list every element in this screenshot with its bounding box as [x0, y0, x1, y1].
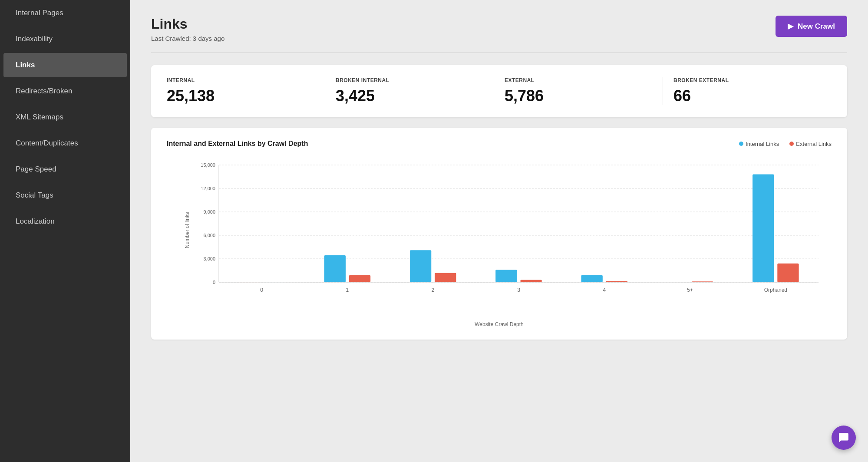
page-header: Links Last Crawled: 3 days ago ▶ New Cra…: [151, 16, 847, 42]
svg-rect-15: [324, 255, 346, 282]
sidebar-item-xml-sitemaps[interactable]: XML Sitemaps: [3, 105, 127, 129]
play-icon: ▶: [788, 22, 793, 31]
svg-rect-21: [495, 270, 517, 283]
stat-label: BROKEN INTERNAL: [336, 77, 483, 83]
page-title: Links: [151, 16, 224, 32]
chart-wrapper: Number of links 03,0006,0009,00012,00015…: [167, 156, 832, 327]
sidebar-item-redirects-broken[interactable]: Redirects/Broken: [3, 79, 127, 103]
sidebar-item-page-speed[interactable]: Page Speed: [3, 157, 127, 182]
svg-text:1: 1: [346, 287, 349, 293]
stat-value: 25,138: [167, 87, 314, 105]
chart-legend: Internal LinksExternal Links: [739, 141, 832, 147]
legend-item: External Links: [789, 141, 832, 147]
stat-value: 3,425: [336, 87, 483, 105]
sidebar-item-indexability[interactable]: Indexability: [3, 27, 127, 51]
y-axis-label: Number of links: [184, 212, 190, 248]
main-content: Links Last Crawled: 3 days ago ▶ New Cra…: [130, 0, 868, 462]
svg-text:2: 2: [432, 287, 435, 293]
stat-block-broken-external: BROKEN EXTERNAL 66: [663, 77, 832, 105]
svg-text:Orphaned: Orphaned: [764, 287, 787, 293]
svg-text:12,000: 12,000: [201, 186, 215, 191]
svg-text:4: 4: [603, 287, 606, 293]
header-text: Links Last Crawled: 3 days ago: [151, 16, 224, 42]
x-axis-label: Website Crawl Depth: [167, 321, 832, 327]
svg-text:0: 0: [260, 287, 263, 293]
stat-label: BROKEN EXTERNAL: [673, 77, 821, 83]
svg-text:3: 3: [517, 287, 520, 293]
stat-block-broken-internal: BROKEN INTERNAL 3,425: [325, 77, 494, 105]
svg-text:9,000: 9,000: [203, 209, 215, 214]
svg-text:0: 0: [213, 280, 215, 285]
stat-label: EXTERNAL: [505, 77, 652, 83]
new-crawl-label: New Crawl: [798, 22, 835, 31]
svg-rect-22: [520, 280, 541, 282]
svg-rect-16: [349, 275, 370, 282]
chat-icon: [838, 432, 849, 443]
legend-item: Internal Links: [739, 141, 779, 147]
legend-label: External Links: [796, 141, 832, 147]
header-divider: [151, 53, 847, 53]
last-crawled: Last Crawled: 3 days ago: [151, 35, 224, 42]
chat-bubble-button[interactable]: [832, 426, 856, 450]
stat-label: INTERNAL: [167, 77, 314, 83]
stat-block-internal: INTERNAL 25,138: [167, 77, 325, 105]
sidebar-item-links[interactable]: Links: [3, 53, 127, 77]
legend-dot: [789, 142, 794, 146]
svg-rect-30: [777, 264, 799, 282]
sidebar-item-social-tags[interactable]: Social Tags: [3, 183, 127, 208]
sidebar-item-localization[interactable]: Localization: [3, 209, 127, 234]
svg-rect-19: [435, 273, 456, 283]
new-crawl-button[interactable]: ▶ New Crawl: [776, 16, 847, 37]
sidebar-item-content-duplicates[interactable]: Content/Duplicates: [3, 131, 127, 155]
chart-card: Internal and External Links by Crawl Dep…: [151, 128, 847, 340]
sidebar-item-internal-pages[interactable]: Internal Pages: [3, 1, 127, 25]
svg-rect-29: [752, 175, 774, 282]
chart-title: Internal and External Links by Crawl Dep…: [167, 140, 308, 148]
svg-rect-24: [581, 275, 603, 282]
stat-value: 66: [673, 87, 821, 105]
legend-label: Internal Links: [746, 141, 779, 147]
svg-rect-18: [410, 251, 431, 283]
svg-text:6,000: 6,000: [203, 233, 215, 238]
stat-value: 5,786: [505, 87, 652, 105]
legend-dot: [739, 142, 743, 146]
svg-text:5+: 5+: [687, 287, 693, 293]
chart-header: Internal and External Links by Crawl Dep…: [167, 140, 832, 148]
svg-text:15,000: 15,000: [201, 162, 215, 168]
stat-block-external: EXTERNAL 5,786: [494, 77, 663, 105]
svg-text:3,000: 3,000: [203, 256, 215, 261]
sidebar: Internal PagesIndexabilityLinksRedirects…: [0, 0, 130, 462]
chart-area: Number of links 03,0006,0009,00012,00015…: [193, 156, 832, 304]
stats-card: INTERNAL 25,138 BROKEN INTERNAL 3,425 EX…: [151, 65, 847, 117]
